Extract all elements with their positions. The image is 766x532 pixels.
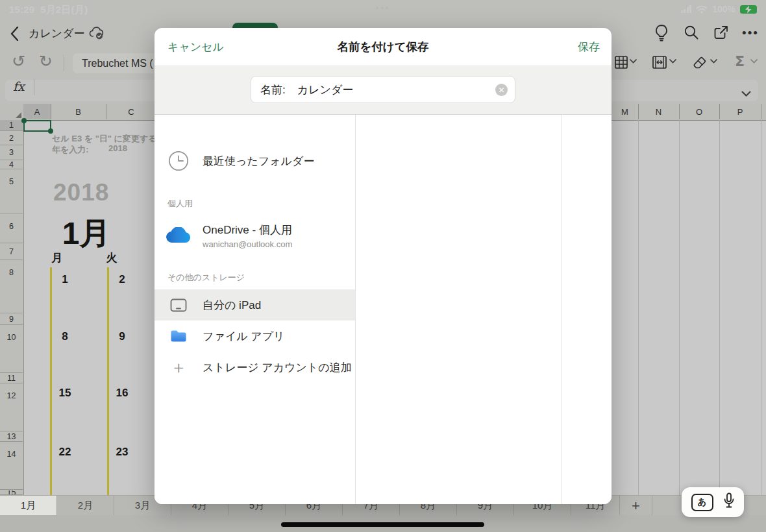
dictation-mic-icon[interactable] (723, 492, 735, 512)
onedrive-account: wanichan@outlook.com (203, 239, 292, 249)
recent-folders-item[interactable]: 最近使ったフォルダー (154, 145, 355, 176)
keyboard-accessory: あ (682, 487, 744, 517)
input-language-button[interactable]: あ (691, 494, 713, 511)
sheet-tab[interactable]: 2月 (57, 496, 114, 516)
filename-value: カレンダー (297, 82, 354, 97)
onedrive-title: OneDrive - 個人用 (203, 223, 292, 237)
filename-label: 名前: (260, 82, 286, 97)
section-other-storage: その他のストレージ (167, 272, 245, 284)
folder-icon (154, 330, 203, 343)
onedrive-item[interactable]: OneDrive - 個人用 wanichan@outlook.com (154, 215, 355, 256)
ipad-icon (154, 298, 203, 312)
section-personal: 個人用 (167, 198, 193, 210)
save-button[interactable]: 保存 (578, 28, 600, 66)
save-as-dialog: 名前を付けて保存 キャンセル 保存 名前: カレンダー ✕ (154, 28, 612, 504)
plus-icon: ＋ (154, 356, 203, 379)
onedrive-icon (154, 227, 203, 244)
home-indicator[interactable] (281, 522, 484, 527)
add-storage-item[interactable]: ＋ ストレージ アカウントの追加 (154, 352, 355, 383)
files-app-item[interactable]: ファイル アプリ (154, 320, 355, 352)
sheet-tab[interactable]: 1月 (0, 496, 57, 516)
filename-band: 名前: カレンダー ✕ (154, 66, 612, 115)
filename-input[interactable]: 名前: カレンダー ✕ (251, 76, 515, 103)
screen: 15:29 5月2日(月) ••• 100% カレンダ (0, 0, 766, 532)
clock-icon (154, 151, 203, 171)
cancel-button[interactable]: キャンセル (167, 28, 224, 66)
my-ipad-item[interactable]: 自分の iPad (154, 289, 355, 320)
location-browser: 最近使ったフォルダー 個人用 OneDrive - (154, 115, 612, 504)
add-sheet-button[interactable]: + (620, 496, 652, 516)
clear-filename-icon[interactable]: ✕ (495, 84, 508, 96)
